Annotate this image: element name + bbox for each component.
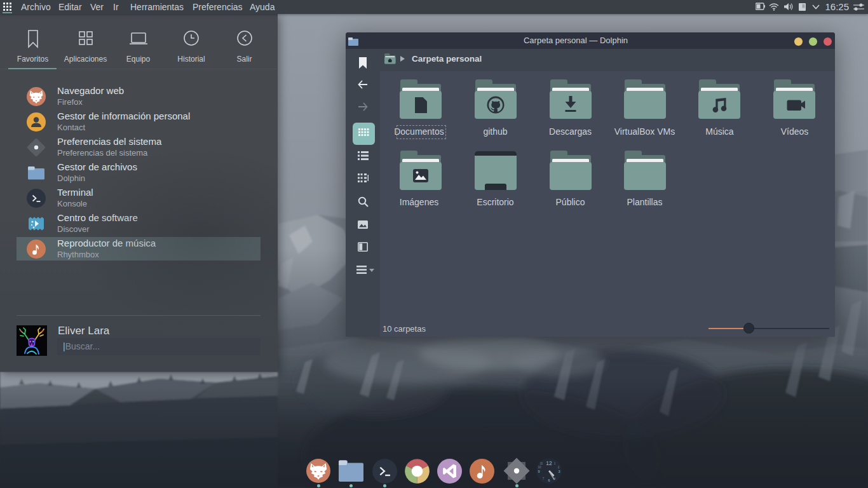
svg-text:9: 9 [538,470,539,473]
svg-text:3: 3 [558,470,560,473]
svg-text:6: 6 [548,478,550,482]
svg-text:10: 10 [538,466,541,469]
svg-text:11: 11 [540,462,543,465]
svg-text:12: 12 [546,460,552,466]
